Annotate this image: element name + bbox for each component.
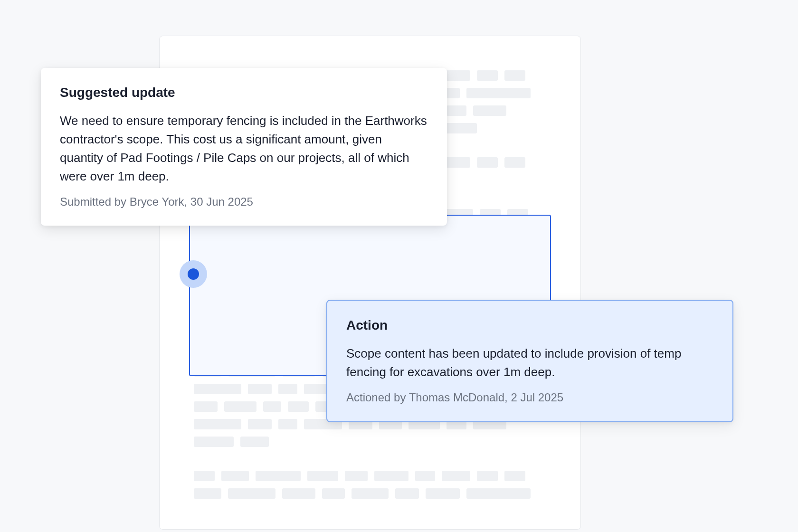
suggested-update-meta: Submitted by Bryce York, 30 Jun 2025 xyxy=(60,195,428,209)
action-title: Action xyxy=(346,318,713,333)
region-marker-icon[interactable] xyxy=(180,260,207,288)
suggested-update-card: Suggested update We need to ensure tempo… xyxy=(41,68,447,226)
skeleton-paragraph xyxy=(194,471,546,499)
action-body: Scope content has been updated to includ… xyxy=(346,344,713,381)
action-card: Action Scope content has been updated to… xyxy=(326,300,733,422)
action-meta: Actioned by Thomas McDonald, 2 Jul 2025 xyxy=(346,391,713,404)
suggested-update-body: We need to ensure temporary fencing is i… xyxy=(60,112,428,186)
suggested-update-title: Suggested update xyxy=(60,85,428,100)
